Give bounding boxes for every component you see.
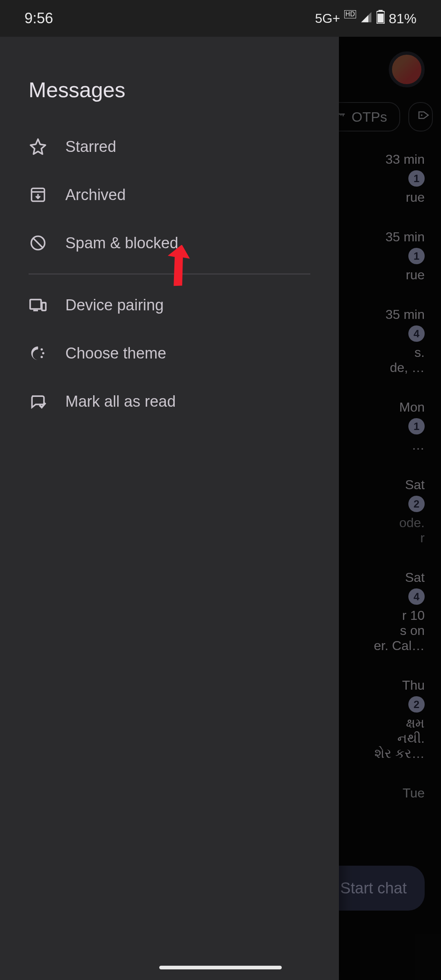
sidebar-item-label: Device pairing: [65, 296, 164, 314]
status-time: 9:56: [24, 10, 53, 27]
signal-icon: [360, 11, 372, 27]
drawer-title: Messages: [0, 53, 339, 122]
sidebar-item-label: Starred: [65, 138, 116, 156]
svg-point-11: [42, 352, 45, 354]
star-icon: [29, 137, 47, 156]
devices-icon: [29, 296, 47, 314]
annotation-pointer-icon: [163, 245, 196, 292]
svg-rect-2: [377, 14, 383, 23]
status-bar: 9:56 5G+ HD 81%: [0, 0, 441, 37]
sidebar-item-label: Archived: [65, 186, 126, 204]
sidebar-item-theme[interactable]: Choose theme: [0, 329, 339, 377]
status-right: 5G+ HD 81%: [315, 10, 416, 27]
svg-point-12: [40, 356, 43, 358]
sidebar-item-label: Choose theme: [65, 345, 166, 362]
theme-icon: [29, 344, 47, 363]
blocked-icon: [29, 234, 47, 252]
network-label: 5G+: [315, 11, 340, 26]
sidebar-item-label: Mark all as read: [65, 393, 176, 410]
nav-drawer: Messages Starred Archived Spam & blocked…: [0, 37, 339, 980]
sidebar-item-label: Spam & blocked: [65, 234, 178, 252]
sidebar-item-archived[interactable]: Archived: [0, 171, 339, 219]
mark-read-icon: [29, 392, 47, 411]
svg-line-6: [33, 238, 42, 247]
battery-icon: [376, 10, 385, 27]
battery-percent: 81%: [389, 11, 416, 27]
sidebar-item-mark-read[interactable]: Mark all as read: [0, 377, 339, 425]
hd-indicator: HD: [344, 10, 356, 18]
home-indicator[interactable]: [159, 966, 282, 969]
sidebar-item-starred[interactable]: Starred: [0, 122, 339, 171]
svg-point-10: [40, 348, 43, 351]
svg-rect-8: [42, 303, 46, 310]
svg-rect-7: [30, 300, 41, 309]
archive-icon: [29, 185, 47, 204]
